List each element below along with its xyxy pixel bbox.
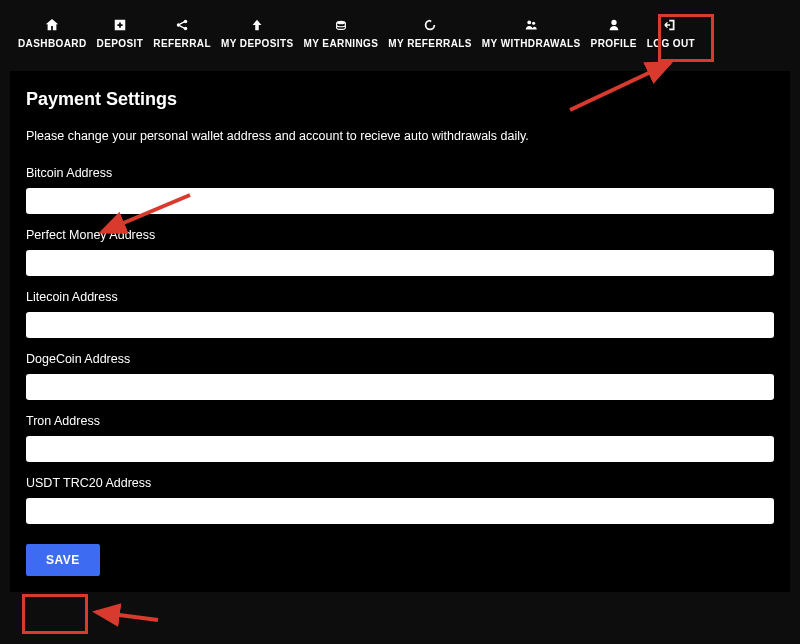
highlight-save bbox=[22, 594, 88, 634]
nav-label: DASHBOARD bbox=[18, 38, 87, 49]
svg-point-2 bbox=[184, 27, 188, 31]
coins-icon bbox=[334, 18, 348, 32]
label-usdt-trc20: USDT TRC20 Address bbox=[26, 476, 774, 490]
input-dogecoin[interactable] bbox=[26, 374, 774, 400]
nav-my-referrals[interactable]: MY REFERRALS bbox=[388, 18, 472, 49]
page-title: Payment Settings bbox=[26, 89, 774, 110]
svg-point-5 bbox=[532, 22, 535, 25]
save-button[interactable]: SAVE bbox=[26, 544, 100, 576]
nav-dashboard[interactable]: DASHBOARD bbox=[18, 18, 87, 49]
svg-point-4 bbox=[528, 20, 532, 24]
home-icon bbox=[45, 18, 59, 32]
label-litecoin: Litecoin Address bbox=[26, 290, 774, 304]
content-panel: Payment Settings Please change your pers… bbox=[10, 71, 790, 592]
history-icon bbox=[423, 18, 437, 32]
nav-label: MY REFERRALS bbox=[388, 38, 472, 49]
svg-line-9 bbox=[96, 612, 158, 620]
field-perfect-money: Perfect Money Address bbox=[26, 228, 774, 276]
top-navigation: DASHBOARD DEPOSIT REFERRAL MY DEPOSITS M… bbox=[0, 0, 800, 71]
plus-square-icon bbox=[113, 18, 127, 32]
input-perfect-money[interactable] bbox=[26, 250, 774, 276]
label-bitcoin: Bitcoin Address bbox=[26, 166, 774, 180]
field-bitcoin: Bitcoin Address bbox=[26, 166, 774, 214]
nav-my-deposits[interactable]: MY DEPOSITS bbox=[221, 18, 294, 49]
nav-label: MY DEPOSITS bbox=[221, 38, 294, 49]
arrow-to-save bbox=[88, 598, 168, 628]
svg-point-1 bbox=[184, 20, 188, 24]
user-icon bbox=[607, 18, 621, 32]
field-tron: Tron Address bbox=[26, 414, 774, 462]
label-tron: Tron Address bbox=[26, 414, 774, 428]
nav-label: PROFILE bbox=[591, 38, 637, 49]
input-bitcoin[interactable] bbox=[26, 188, 774, 214]
field-litecoin: Litecoin Address bbox=[26, 290, 774, 338]
input-usdt-trc20[interactable] bbox=[26, 498, 774, 524]
nav-label: REFERRAL bbox=[153, 38, 211, 49]
svg-point-3 bbox=[337, 21, 346, 25]
arrow-up-icon bbox=[250, 18, 264, 32]
nav-label: LOG OUT bbox=[647, 38, 695, 49]
field-dogecoin: DogeCoin Address bbox=[26, 352, 774, 400]
page-description: Please change your personal wallet addre… bbox=[26, 128, 774, 146]
nav-referral[interactable]: REFERRAL bbox=[153, 18, 211, 49]
nav-my-earnings[interactable]: MY EARNINGS bbox=[304, 18, 379, 49]
label-dogecoin: DogeCoin Address bbox=[26, 352, 774, 366]
label-perfect-money: Perfect Money Address bbox=[26, 228, 774, 242]
nav-label: MY WITHDRAWALS bbox=[482, 38, 581, 49]
nav-logout[interactable]: LOG OUT bbox=[647, 18, 695, 49]
nav-profile[interactable]: PROFILE bbox=[591, 18, 637, 49]
input-litecoin[interactable] bbox=[26, 312, 774, 338]
nav-deposit[interactable]: DEPOSIT bbox=[97, 18, 144, 49]
svg-point-6 bbox=[611, 20, 616, 25]
nav-label: DEPOSIT bbox=[97, 38, 144, 49]
logout-icon bbox=[664, 18, 678, 32]
share-icon bbox=[175, 18, 189, 32]
nav-label: MY EARNINGS bbox=[304, 38, 379, 49]
nav-my-withdrawals[interactable]: MY WITHDRAWALS bbox=[482, 18, 581, 49]
input-tron[interactable] bbox=[26, 436, 774, 462]
field-usdt-trc20: USDT TRC20 Address bbox=[26, 476, 774, 524]
users-icon bbox=[524, 18, 538, 32]
